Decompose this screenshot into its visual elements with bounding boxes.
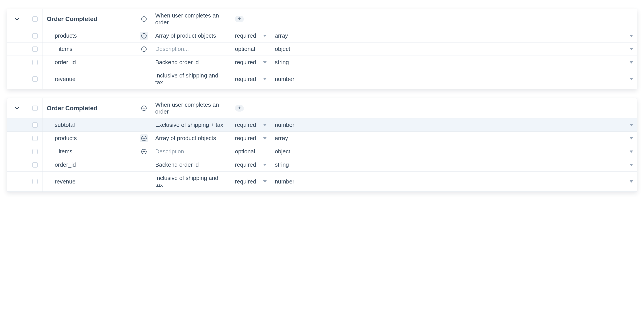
event-name-cell[interactable]: Order Completed	[43, 9, 151, 29]
type-dropdown[interactable]: array	[275, 32, 633, 39]
required-dropdown[interactable]: required	[235, 32, 267, 39]
required-dropdown[interactable]: optional	[235, 148, 267, 155]
expand-toggle[interactable]	[7, 98, 27, 118]
required-cell: required	[231, 158, 271, 171]
property-name: products	[47, 135, 77, 142]
event-description-cell[interactable]: When user completes an order	[151, 9, 231, 29]
event-description: When user completes an order	[155, 101, 227, 115]
add-tag-button[interactable]: +	[235, 16, 244, 22]
expand-spacer	[7, 172, 27, 191]
event-name-cell[interactable]: Order Completed	[43, 98, 151, 118]
type-dropdown[interactable]: string	[275, 59, 633, 66]
checkbox-cell	[27, 98, 43, 118]
required-value: required	[235, 161, 256, 168]
add-property-button[interactable]	[140, 15, 148, 23]
required-dropdown[interactable]: required	[235, 76, 267, 82]
property-description-cell[interactable]: Array of product objects	[151, 29, 231, 42]
type-cell: object	[271, 145, 637, 158]
row-checkbox[interactable]	[32, 106, 38, 111]
add-tag-button[interactable]: +	[235, 105, 244, 112]
event-description-cell[interactable]: When user completes an order	[151, 98, 231, 118]
property-name-cell[interactable]: revenue	[43, 69, 151, 89]
row-checkbox[interactable]	[32, 136, 38, 141]
caret-down-icon	[263, 61, 267, 63]
row-checkbox[interactable]	[32, 60, 38, 65]
caret-down-icon	[630, 48, 633, 50]
plus-circle-icon	[141, 32, 147, 39]
property-description: Exclusive of shipping + tax	[155, 121, 223, 128]
property-name-cell[interactable]: revenue	[43, 172, 151, 191]
caret-down-icon	[263, 137, 267, 139]
property-description-cell[interactable]: Backend order id	[151, 158, 231, 171]
add-child-property-button[interactable]	[140, 148, 148, 156]
property-name: revenue	[47, 76, 76, 82]
checkbox-cell	[27, 29, 43, 42]
property-row: itemsDescription...optionalobject	[7, 145, 637, 158]
row-checkbox[interactable]	[32, 179, 38, 184]
add-property-button[interactable]	[140, 104, 148, 112]
property-name-cell[interactable]: items	[43, 42, 151, 55]
type-cell: string	[271, 158, 637, 171]
add-child-property-button[interactable]	[140, 32, 148, 40]
required-value: optional	[235, 148, 255, 155]
property-name-cell[interactable]: products	[43, 29, 151, 42]
property-name-cell[interactable]: items	[43, 145, 151, 158]
required-dropdown[interactable]: optional	[235, 46, 267, 52]
caret-down-icon	[263, 164, 267, 166]
property-description-cell[interactable]: Description...	[151, 42, 231, 55]
property-name-cell[interactable]: order_id	[43, 158, 151, 171]
required-dropdown[interactable]: required	[235, 178, 267, 185]
property-description-cell[interactable]: Array of product objects	[151, 132, 231, 145]
caret-down-icon	[630, 78, 633, 80]
row-checkbox[interactable]	[32, 33, 38, 38]
type-cell: number	[271, 69, 637, 89]
property-name-cell[interactable]: products	[43, 132, 151, 145]
property-description: Inclusive of shipping and tax	[155, 175, 227, 188]
event-tags-cell: +	[231, 98, 637, 118]
caret-down-icon	[630, 61, 633, 63]
expand-toggle[interactable]	[7, 9, 27, 29]
row-checkbox[interactable]	[32, 46, 38, 52]
required-dropdown[interactable]: required	[235, 59, 267, 66]
required-dropdown[interactable]: required	[235, 121, 267, 128]
required-value: required	[235, 178, 256, 185]
type-dropdown[interactable]: number	[275, 121, 633, 128]
caret-down-icon	[630, 180, 633, 183]
property-row: subtotalExclusive of shipping + taxrequi…	[7, 118, 637, 131]
type-dropdown[interactable]: object	[275, 46, 633, 52]
row-checkbox[interactable]	[32, 162, 38, 168]
type-dropdown[interactable]: number	[275, 178, 633, 185]
required-value: required	[235, 135, 256, 142]
type-dropdown[interactable]: number	[275, 76, 633, 82]
checkbox-cell	[27, 158, 43, 171]
type-cell: number	[271, 118, 637, 131]
property-row: order_idBackend order idrequiredstring	[7, 158, 637, 171]
plus-circle-icon	[141, 16, 147, 22]
event-panel: Order CompletedWhen user completes an or…	[7, 9, 637, 89]
required-cell: required	[231, 56, 271, 69]
caret-down-icon	[630, 124, 633, 126]
property-description-cell[interactable]: Description...	[151, 145, 231, 158]
type-dropdown[interactable]: array	[275, 135, 633, 142]
property-name-cell[interactable]: subtotal	[43, 118, 151, 131]
row-checkbox[interactable]	[32, 76, 38, 82]
property-description-cell[interactable]: Inclusive of shipping and tax	[151, 172, 231, 191]
expand-spacer	[7, 56, 27, 69]
required-dropdown[interactable]: required	[235, 161, 267, 168]
required-dropdown[interactable]: required	[235, 135, 267, 142]
add-child-property-button[interactable]	[140, 45, 148, 53]
row-checkbox[interactable]	[32, 16, 38, 22]
required-value: required	[235, 32, 256, 39]
property-description-cell[interactable]: Exclusive of shipping + tax	[151, 118, 231, 131]
row-checkbox[interactable]	[32, 149, 38, 154]
caret-down-icon	[630, 164, 633, 166]
type-value: number	[275, 76, 294, 82]
type-dropdown[interactable]: object	[275, 148, 633, 155]
property-name-cell[interactable]: order_id	[43, 56, 151, 69]
add-child-property-button[interactable]	[140, 134, 148, 142]
chevron-down-icon	[14, 106, 20, 111]
property-description-cell[interactable]: Backend order id	[151, 56, 231, 69]
type-dropdown[interactable]: string	[275, 161, 633, 168]
row-checkbox[interactable]	[32, 122, 38, 128]
property-description-cell[interactable]: Inclusive of shipping and tax	[151, 69, 231, 89]
